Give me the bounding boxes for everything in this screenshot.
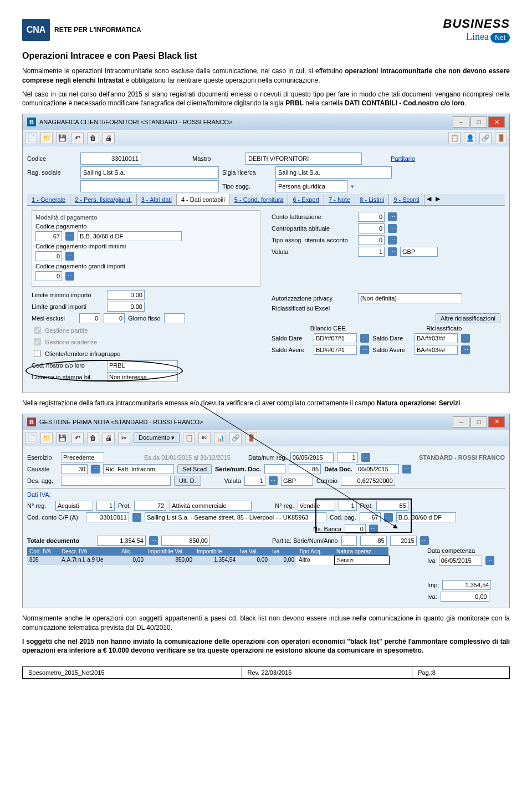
nb-input[interactable] [345,524,366,534]
codpag-input[interactable] [35,231,62,241]
mesi1-input[interactable] [79,313,100,323]
sd2-input[interactable] [415,333,458,343]
maximize-button[interactable]: □ [470,416,487,428]
col-input[interactable] [107,372,178,382]
nra-input[interactable] [55,501,93,511]
delete-icon[interactable]: 🗑 [87,432,99,444]
lookup-icon[interactable]: ⋯ [361,453,370,462]
td2-input[interactable] [161,536,210,546]
user-icon[interactable]: 👤 [464,132,476,144]
codice-input[interactable] [80,152,141,165]
dc-input[interactable] [439,556,482,566]
exit-icon[interactable]: 🚪 [495,132,507,144]
nrv-input[interactable] [298,501,335,511]
cp-input[interactable] [360,512,381,522]
lookup-icon[interactable]: ⋯ [384,513,393,522]
undo-icon[interactable]: ↶ [71,432,84,444]
sa2-input[interactable] [415,345,458,355]
chart-icon[interactable]: 📊 [214,432,226,444]
cf-input[interactable] [358,212,385,222]
altre-ric-button[interactable]: Altre riclassificazioni [436,313,500,323]
snd-input[interactable] [289,464,321,474]
folder-icon[interactable]: 📁 [40,432,53,444]
partitario-link[interactable]: Partitario [391,155,415,162]
lookup-icon[interactable]: ⋯ [461,345,470,354]
dropdown-icon[interactable]: ▾ [351,183,354,190]
save-icon[interactable]: 💾 [56,132,68,144]
folder-icon[interactable]: 📁 [40,132,53,144]
tab-1[interactable]: 1 - Generale [27,194,70,205]
lookup-icon[interactable]: ⋯ [485,556,494,565]
nrvn-input[interactable] [339,501,357,511]
lookup-icon[interactable]: ⋯ [388,247,397,256]
lookup-icon[interactable]: ⋯ [388,212,397,221]
tr-input[interactable] [358,235,385,245]
tab-8[interactable]: 8 - Listini [355,194,389,205]
lookup-icon[interactable]: ⋯ [360,334,369,343]
snd-s-input[interactable] [264,464,285,474]
dd-input[interactable] [356,464,399,474]
lookup-icon[interactable]: ⋯ [65,252,74,261]
lookup-icon[interactable]: ⋯ [91,465,100,474]
lookup-icon[interactable]: ⋯ [369,525,378,533]
cb-input[interactable] [341,476,395,486]
lookup-icon[interactable]: ⋯ [402,465,411,474]
save-icon[interactable]: 💾 [56,432,68,444]
lookup-icon[interactable]: ⋯ [65,232,74,241]
nran-input[interactable] [96,501,115,511]
selscad-button[interactable]: Sel.Scad [177,464,212,474]
tab-next-icon[interactable]: ▶ [433,194,442,205]
lookup-icon[interactable]: ⋯ [269,476,278,485]
link-icon[interactable]: 🔗 [479,132,492,144]
list-icon[interactable]: 📋 [448,132,461,144]
lookup-icon[interactable]: ⋯ [65,272,74,281]
pr-input[interactable] [134,501,166,511]
delete-icon[interactable]: 🗑 [87,132,99,144]
ca-input[interactable] [358,223,385,233]
ini-icon[interactable]: INI [198,432,211,444]
print-icon[interactable]: 🖨 [103,132,115,144]
cut-icon[interactable]: ✂ [118,432,130,444]
tab-4[interactable]: 4 - Dati contabili [177,194,230,205]
limmin-input[interactable] [107,290,145,300]
psa-s[interactable] [341,536,357,546]
lookup-icon[interactable]: ⋯ [420,536,429,545]
cc-input[interactable] [86,512,129,522]
minimize-button[interactable]: – [453,416,469,428]
rag2-input[interactable] [80,180,219,192]
undo-icon[interactable]: ↶ [71,132,84,144]
tab-6[interactable]: 6 - Export [288,194,324,205]
limgr-input[interactable] [107,302,145,312]
lookup-icon[interactable]: ⋯ [388,236,397,245]
documento-button[interactable]: Documento ▾ [134,432,180,443]
lookup-icon[interactable]: ⋯ [360,345,369,354]
sd1-input[interactable] [314,333,357,343]
cnl-input[interactable] [107,360,178,370]
cau-input[interactable] [61,464,88,474]
mastro-input[interactable] [245,152,362,165]
new-icon[interactable]: 📄 [25,432,37,444]
psa1[interactable] [360,536,387,546]
minimize-button[interactable]: – [453,116,469,128]
gf-input[interactable] [164,313,185,323]
lookup-icon[interactable]: ⋯ [149,536,158,545]
close-button[interactable]: ✕ [488,416,505,428]
link-icon[interactable]: 🔗 [229,432,242,444]
ac-input[interactable] [170,501,252,511]
td1-input[interactable] [97,536,146,546]
tab-9[interactable]: 9 - Sconti [389,194,424,205]
ultd-button[interactable]: Ult. D. [174,476,201,486]
psa2[interactable] [390,536,417,546]
list-icon[interactable]: 📋 [183,432,195,444]
new-icon[interactable]: 📄 [25,132,37,144]
rag-input[interactable] [80,166,219,179]
maximize-button[interactable]: □ [470,116,487,128]
iva-table-row[interactable]: 805 A.A.7t n.i. a.9 Ue 0,00 850,00 1.354… [27,556,423,565]
ap-input[interactable] [358,293,462,303]
es-input[interactable] [61,452,104,462]
exit-icon[interactable]: 🚪 [245,432,257,444]
codgr-input[interactable] [35,271,62,281]
tab-7[interactable]: 7 - Note [324,194,355,205]
tab-prev-icon[interactable]: ◀ [424,194,433,205]
lookup-icon[interactable]: ⋯ [461,334,470,343]
